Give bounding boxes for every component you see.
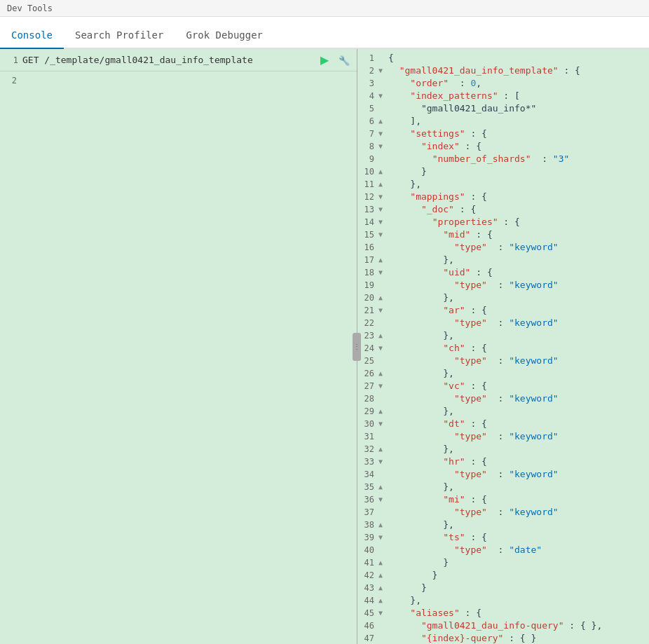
- response-line: 45▼ "aliases" : {: [357, 607, 649, 619]
- response-line: 23▲ },: [357, 329, 649, 342]
- editor-area: 2: [0, 71, 357, 644]
- response-line: 40 "type" : "date": [357, 544, 649, 556]
- response-line: 29▲ },: [357, 405, 649, 418]
- response-line: 14▼ "properties" : {: [357, 216, 649, 228]
- editor-input-line1[interactable]: [22, 55, 313, 65]
- response-line: 33▼ "hr" : {: [357, 455, 649, 468]
- response-line: 21▼ "ar" : {: [357, 304, 649, 317]
- response-line: 31 "type" : "keyword": [357, 430, 649, 443]
- tab-console[interactable]: Console: [0, 22, 64, 49]
- response-line: 20▲ },: [357, 292, 649, 304]
- response-line: 11▲ },: [357, 178, 649, 191]
- response-line: 15▼ "mid" : {: [357, 228, 649, 241]
- response-line: 16 "type" : "keyword": [357, 241, 649, 254]
- response-line: 36▼ "mi" : {: [357, 493, 649, 506]
- tab-grok-debugger[interactable]: Grok Debugger: [175, 22, 274, 49]
- response-line: 2▼ "gmall0421_dau_info_template" : {: [357, 64, 649, 77]
- response-line: 38▲ },: [357, 519, 649, 531]
- response-line: 12▼ "mappings" : {: [357, 191, 649, 203]
- response-line: 7▼ "settings" : {: [357, 128, 649, 140]
- response-line: 1{: [357, 52, 649, 64]
- response-line: 24▼ "ch" : {: [357, 342, 649, 355]
- title-label: Dev Tools: [7, 4, 53, 13]
- response-line: 22 "type" : "keyword": [357, 317, 649, 329]
- tab-search-profiler[interactable]: Search Profiler: [64, 22, 175, 49]
- response-line: 17▲ },: [357, 254, 649, 266]
- response-line: 3 "order" : 0,: [357, 77, 649, 90]
- response-line: 8▼ "index" : {: [357, 140, 649, 153]
- settings-button[interactable]: [336, 53, 353, 68]
- run-button[interactable]: [317, 52, 332, 68]
- response-line: 46 "gmall0421_dau_info-query" : { },: [357, 619, 649, 632]
- pane-divider[interactable]: ⋮: [353, 333, 361, 361]
- response-pane: 1{2▼ "gmall0421_dau_info_template" : {3 …: [357, 49, 649, 644]
- response-line: 42▲ }: [357, 569, 649, 582]
- response-line: 4▼ "index_patterns" : [: [357, 90, 649, 102]
- response-line: 32▲ },: [357, 443, 649, 455]
- response-line: 44▲ },: [357, 594, 649, 607]
- response-line: 19 "type" : "keyword": [357, 279, 649, 292]
- response-line: 37 "type" : "keyword": [357, 506, 649, 519]
- title-bar: Dev Tools: [0, 0, 649, 17]
- editor-line-2: 2: [0, 74, 357, 87]
- response-line: 43▲ }: [357, 582, 649, 594]
- response-line: 41▲ }: [357, 556, 649, 569]
- response-line: 5 "gmall0421_dau_info*": [357, 102, 649, 115]
- response-line: 28 "type" : "keyword": [357, 392, 649, 405]
- tab-bar: Console Search Profiler Grok Debugger: [0, 17, 649, 49]
- main-area: 1 2 ⋮ 1{2▼ "gmall0421_dau_info_template"…: [0, 49, 649, 644]
- response-line: 18▼ "uid" : {: [357, 266, 649, 279]
- response-line: 25 "type" : "keyword": [357, 355, 649, 367]
- response-line: 35▲ },: [357, 481, 649, 493]
- response-line: 39▼ "ts" : {: [357, 531, 649, 544]
- response-line: 30▼ "dt" : {: [357, 418, 649, 430]
- editor-toolbar: 1: [0, 49, 357, 71]
- response-line: 6▲ ],: [357, 115, 649, 128]
- response-line: 26▲ },: [357, 367, 649, 380]
- editor-pane: 1 2 ⋮: [0, 49, 357, 644]
- response-line: 47 "{index}-query" : { }: [357, 632, 649, 644]
- response-line: 10▲ }: [357, 165, 649, 178]
- editor-line-num-1: 1: [4, 55, 18, 65]
- response-line: 34 "type" : "keyword": [357, 468, 649, 481]
- response-line: 13▼ "_doc" : {: [357, 203, 649, 216]
- response-line: 9 "number_of_shards" : "3": [357, 153, 649, 165]
- response-line: 27▼ "vc" : {: [357, 380, 649, 392]
